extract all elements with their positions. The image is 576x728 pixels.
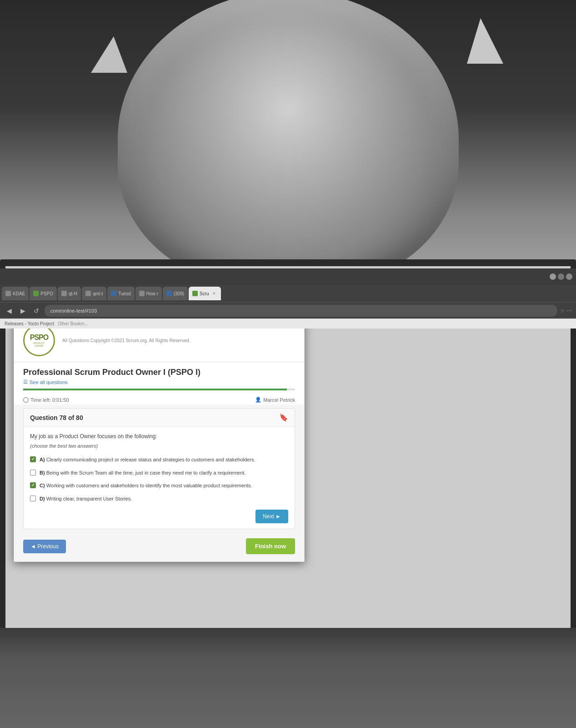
menu-icon[interactable]: ⋯: [567, 308, 572, 314]
checkbox-b[interactable]: [30, 470, 36, 475]
tab-qt[interactable]: qt-H: [58, 287, 81, 300]
laptop-keyboard: [0, 628, 576, 728]
address-bar[interactable]: .com/online-test/#103: [45, 305, 557, 317]
tab-close-btn[interactable]: ✕: [211, 290, 217, 297]
question-bookmark-icon[interactable]: 🔖: [279, 413, 288, 422]
answer-option-d[interactable]: D) Writing clear, transparent User Stori…: [30, 492, 288, 506]
question-card-header: Question 78 of 80 🔖: [24, 409, 295, 427]
previous-button[interactable]: ◄ Previous: [23, 540, 66, 553]
answer-text-c: C) Working with customers and stakeholde…: [40, 482, 252, 490]
finish-now-button[interactable]: Finish now: [246, 538, 295, 554]
breadcrumb-text: Releases - Yocto Project: [5, 321, 54, 326]
tab-kdae[interactable]: KDAE: [2, 287, 29, 300]
back-button[interactable]: ◀: [4, 305, 15, 316]
checkbox-d[interactable]: [30, 495, 36, 501]
clock-icon: [23, 397, 29, 403]
tab-how[interactable]: How r: [135, 287, 162, 300]
tab-icon-how: [139, 291, 145, 296]
next-btn-area: Next ►: [30, 505, 288, 523]
see-all-link[interactable]: ☰ See all questions: [23, 377, 295, 387]
forward-button[interactable]: ▶: [17, 305, 28, 316]
answer-text-d: D) Writing clear, transparent User Stori…: [40, 495, 132, 503]
progress-bar-fill: [23, 389, 287, 390]
answer-text-b: B) Being with the Scrum Team all the tim…: [40, 469, 245, 477]
question-text: My job as a Product Owner focuses on the…: [30, 432, 288, 440]
tab-icon-tuesd: [111, 291, 116, 296]
pspo-logo: PSPO PRODUCTOWNER: [23, 324, 55, 356]
answer-option-b[interactable]: B) Being with the Scrum Team all the tim…: [30, 466, 288, 480]
question-body: My job as a Product Owner focuses on the…: [24, 427, 295, 529]
maximize-button[interactable]: [558, 273, 564, 280]
tab-icon-309: [166, 291, 172, 296]
cat-body: [118, 0, 459, 287]
bookmarks-bar: Releases - Yocto Project Other Bookm...: [0, 318, 576, 329]
browser-chrome: KDAE PSPO qt-H qml-t Tuesd How r (309): [0, 268, 576, 329]
question-number: Question 78 of 80: [30, 414, 83, 421]
user-icon: 👤: [255, 397, 261, 403]
meta-row: Time left: 0:01:50 👤 Marcel Petrick: [14, 395, 304, 404]
progress-bar-container: [23, 389, 295, 390]
choose-note: (choose the best two answers): [30, 443, 288, 449]
logo-subtext: PRODUCTOWNER: [34, 342, 45, 347]
refresh-button[interactable]: ↺: [31, 305, 42, 316]
answer-text-a: A) Clearly communicating project or rele…: [40, 456, 255, 464]
question-card: Question 78 of 80 🔖 My job as a Product …: [23, 408, 295, 529]
checkbox-c[interactable]: [30, 482, 36, 488]
tab-icon-qt: [61, 291, 67, 296]
tab-scru-active[interactable]: Scru ✕: [189, 287, 221, 300]
tabs-bar: KDAE PSPO qt-H qml-t Tuesd How r (309): [0, 285, 576, 302]
list-icon: ☰: [23, 379, 28, 385]
nav-buttons: ◄ Previous Finish now: [14, 533, 304, 561]
address-bar-row: ◀ ▶ ↺ .com/online-test/#103 ☆ ⋯: [0, 302, 576, 318]
tab-icon-pspo: [33, 291, 39, 296]
tab-tuesd[interactable]: Tuesd: [107, 287, 134, 300]
tab-icon-scru: [192, 291, 198, 296]
webpage: PSPO PRODUCTOWNER All Questions Copyrigh…: [14, 318, 305, 562]
other-bookmarks: Other Bookm...: [58, 321, 88, 326]
close-button[interactable]: [566, 273, 572, 280]
address-icons: ☆ ⋯: [560, 308, 572, 314]
minimize-button[interactable]: [550, 273, 556, 280]
page-title-area: Professional Scrum Product Owner I (PSPO…: [14, 362, 304, 395]
tab-qml[interactable]: qml-t: [82, 287, 106, 300]
cat-ear-right: [467, 18, 503, 64]
copyright-text: All Questions Copyright ©2021 Scrum.org.…: [62, 337, 190, 344]
page-title: Professional Scrum Product Owner I (PSPO…: [23, 368, 295, 377]
browser-topbar: [0, 268, 576, 285]
tab-icon-qml: [85, 291, 91, 296]
next-button[interactable]: Next ►: [255, 510, 288, 523]
cat-ear-left: [91, 36, 127, 73]
user-info: 👤 Marcel Petrick: [255, 397, 295, 403]
tab-pspo[interactable]: PSPO: [30, 287, 57, 300]
tab-icon-kdae: [5, 291, 11, 296]
bookmark-icon[interactable]: ☆: [560, 308, 565, 314]
checkbox-a[interactable]: [30, 456, 36, 462]
answer-option-a[interactable]: A) Clearly communicating project or rele…: [30, 453, 288, 466]
answer-option-c[interactable]: C) Working with customers and stakeholde…: [30, 479, 288, 492]
tab-309[interactable]: (309): [163, 287, 188, 300]
logo-text: PSPO: [30, 334, 48, 342]
time-left: Time left: 0:01:50: [23, 397, 69, 403]
logo-circle: PSPO PRODUCTOWNER: [23, 324, 55, 356]
